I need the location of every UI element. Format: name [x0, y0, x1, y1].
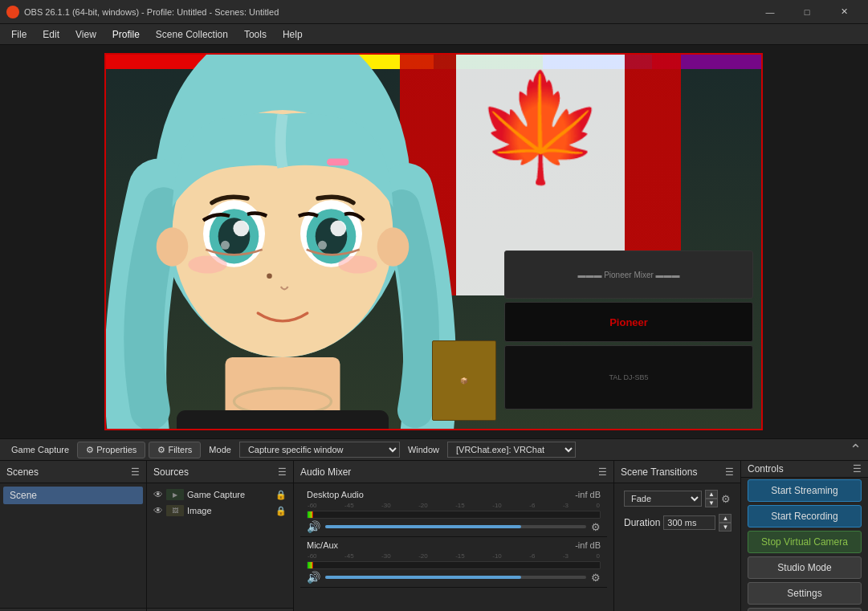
controls-panel-header: Controls ☰ [741, 461, 868, 478]
window-controls: — □ ✕ [752, 0, 862, 24]
menu-tools[interactable]: Tools [236, 26, 275, 43]
close-button[interactable]: ✕ [826, 0, 862, 24]
transition-type-select[interactable]: Fade Cut Move Slide [624, 491, 702, 507]
scenes-panel-header: Scenes ☰ [0, 461, 146, 483]
menu-profile[interactable]: Profile [104, 26, 148, 43]
controls-panel-title: Controls [748, 463, 784, 475]
scenes-panel-title: Scenes [6, 466, 39, 478]
capture-mode-select[interactable]: Capture specific window Capture any full… [239, 442, 400, 458]
mic-aux-meter-fill [308, 562, 313, 568]
desktop-audio-controls: 🔊 ⚙ [307, 520, 601, 533]
source-thumb-game-capture: ▶ [166, 489, 184, 500]
duration-up-button[interactable]: ▲ [719, 514, 731, 523]
desktop-audio-mute-button[interactable]: 🔊 [307, 520, 320, 533]
source-eye-image[interactable]: 👁 [153, 505, 163, 516]
transitions-panel-header: Scene Transitions ☰ [614, 461, 740, 483]
svg-point-17 [267, 274, 272, 279]
mic-aux-volume-slider[interactable] [325, 576, 586, 579]
svg-point-18 [157, 227, 189, 266]
desktop-audio-settings-button[interactable]: ⚙ [591, 521, 601, 533]
mic-aux-channel: Mic/Aux -inf dB -60-45-30-20-15-10-6-30 … [300, 537, 607, 588]
svg-point-16 [338, 256, 377, 274]
mic-aux-settings-button[interactable]: ⚙ [591, 572, 601, 584]
source-lock-game-capture[interactable]: 🔒 [275, 490, 287, 500]
svg-point-15 [188, 256, 226, 274]
menu-file[interactable]: File [3, 26, 35, 43]
source-eye-game-capture[interactable]: 👁 [153, 489, 163, 500]
scenes-panel-menu-icon[interactable]: ☰ [131, 466, 140, 478]
filters-button[interactable]: ⚙ Filters [149, 442, 201, 458]
audio-channels: Desktop Audio -inf dB -60-45-30-20-15-10… [294, 483, 613, 591]
settings-button[interactable]: Settings [748, 582, 862, 605]
sources-panel-menu-icon[interactable]: ☰ [278, 466, 287, 478]
scene-transitions-panel: Scene Transitions ☰ Fade Cut Move Slide … [614, 461, 741, 611]
transitions-panel-title: Scene Transitions [621, 466, 697, 478]
window-select-arrow[interactable]: ⌃ [850, 441, 862, 458]
audio-mixer-title: Audio Mixer [300, 466, 351, 478]
source-name-label: Game Capture [6, 443, 74, 456]
sources-panel-header: Sources ☰ [147, 461, 293, 483]
duration-row: Duration ▲ ▼ [617, 511, 737, 535]
equipment-bottom: TAL DJ-SB5 [504, 345, 753, 409]
scene-item[interactable]: Scene [3, 487, 143, 504]
source-name-game-capture: Game Capture [187, 490, 245, 499]
minimize-button[interactable]: — [752, 0, 788, 24]
cardboard-box: 📦 [432, 340, 496, 421]
window-select[interactable]: [VRChat.exe]: VRChat [447, 442, 576, 458]
properties-button[interactable]: ⚙ Properties [77, 442, 145, 458]
controls-panel: Controls ☰ Start Streaming Start Recordi… [741, 461, 868, 611]
avatar-area: 🍁 [106, 55, 761, 429]
audio-mixer-menu-icon[interactable]: ☰ [598, 466, 607, 478]
mic-aux-level: -inf dB [575, 540, 601, 550]
duration-down-button[interactable]: ▼ [719, 523, 731, 532]
studio-mode-button[interactable]: Studio Mode [748, 556, 862, 579]
menubar: File Edit View Profile Scene Collection … [0, 24, 868, 45]
source-item-game-capture[interactable]: 👁 ▶ Game Capture 🔒 [150, 487, 290, 503]
source-name-image: Image [187, 506, 212, 515]
menu-view[interactable]: View [67, 26, 104, 43]
fade-type-up-button[interactable]: ▲ [705, 490, 718, 499]
desktop-audio-channel: Desktop Audio -inf dB -60-45-30-20-15-10… [300, 487, 607, 537]
fade-type-down-button[interactable]: ▼ [705, 499, 718, 507]
transitions-panel-menu-icon[interactable]: ☰ [725, 466, 734, 478]
svg-point-19 [377, 227, 410, 266]
mode-label: Mode [204, 443, 236, 456]
desktop-audio-meter [307, 511, 601, 519]
svg-point-14 [318, 241, 327, 250]
source-lock-image[interactable]: 🔒 [275, 506, 287, 516]
equipment-area: ▬▬▬ Pioneer Mixer ▬▬▬ Pioneer TAL DJ-SB5 [504, 251, 753, 413]
fade-row: Fade Cut Move Slide ▲ ▼ ⚙ [617, 487, 737, 511]
desktop-audio-volume-fill [325, 525, 521, 528]
scenes-list: Scene [0, 483, 146, 608]
maximize-button[interactable]: □ [789, 0, 825, 24]
mic-aux-mute-button[interactable]: 🔊 [307, 571, 320, 584]
svg-rect-20 [327, 159, 349, 166]
desktop-audio-volume-slider[interactable] [325, 525, 586, 528]
sources-panel: Sources ☰ 👁 ▶ Game Capture 🔒 👁 🖼 Image 🔒… [147, 461, 294, 611]
bottom-panels: Scenes ☰ Scene + − ↑ ↓ Sources ☰ 👁 ▶ Gam… [0, 461, 868, 611]
preview-canvas[interactable]: 🍁 [104, 53, 763, 430]
sources-panel-footer: + − ⚙ ↑ ↓ [147, 608, 293, 611]
start-streaming-button[interactable]: Start Streaming [748, 479, 862, 502]
exit-button[interactable]: Exit [748, 608, 862, 611]
source-thumb-image: 🖼 [166, 505, 184, 516]
source-item-image[interactable]: 👁 🖼 Image 🔒 [150, 503, 290, 519]
mic-aux-meter [307, 561, 601, 569]
desktop-audio-label: Desktop Audio [307, 490, 364, 499]
menu-scene-collection[interactable]: Scene Collection [148, 26, 236, 43]
menu-help[interactable]: Help [275, 26, 311, 43]
window-label: Window [403, 443, 444, 456]
equipment-top: ▬▬▬ Pioneer Mixer ▬▬▬ [504, 251, 753, 299]
stop-virtual-camera-button[interactable]: Stop Virtual Camera [748, 531, 862, 553]
transition-settings-button[interactable]: ⚙ [721, 493, 731, 505]
menu-edit[interactable]: Edit [35, 26, 67, 43]
titlebar: OBS 26.1.1 (64-bit, windows) - Profile: … [0, 0, 868, 24]
svg-point-13 [330, 221, 346, 237]
controls-panel-menu-icon[interactable]: ☰ [853, 463, 862, 475]
transitions-content: Fade Cut Move Slide ▲ ▼ ⚙ Duration ▲ [614, 483, 740, 538]
mic-aux-meter-scale: -60-45-30-20-15-10-6-30 [307, 552, 601, 560]
duration-spinner: ▲ ▼ [719, 514, 731, 532]
start-recording-button[interactable]: Start Recording [748, 505, 862, 527]
desktop-audio-meter-scale: -60-45-30-20-15-10-6-30 [307, 502, 601, 509]
duration-input[interactable] [663, 515, 715, 530]
